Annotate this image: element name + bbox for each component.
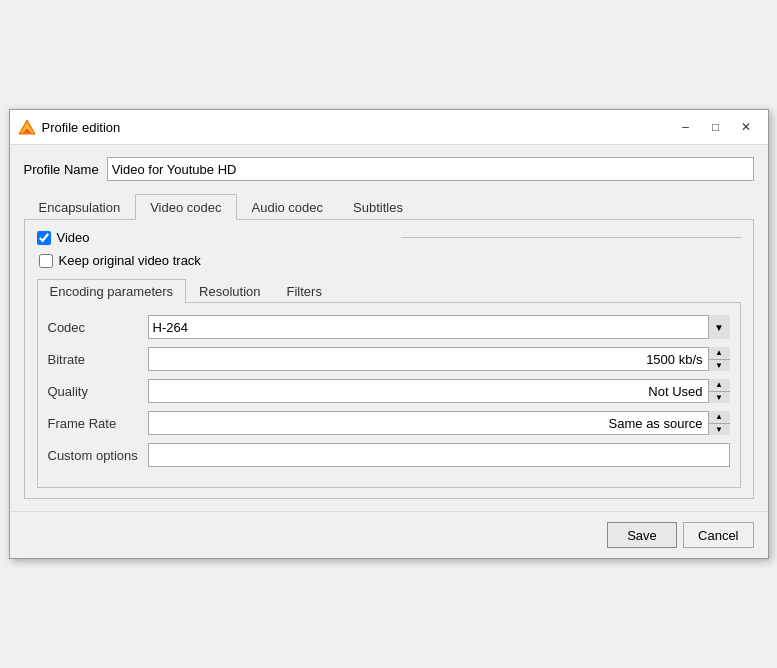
tab-encapsulation[interactable]: Encapsulation: [24, 194, 136, 220]
custom-options-row: Custom options: [48, 443, 730, 467]
tab-resolution[interactable]: Resolution: [186, 279, 273, 303]
tab-subtitles[interactable]: Subtitles: [338, 194, 418, 220]
minimize-button[interactable]: –: [672, 116, 700, 138]
profile-edition-dialog: Profile edition – □ ✕ Profile Name Encap…: [9, 109, 769, 559]
dialog-footer: Save Cancel: [10, 511, 768, 558]
quality-spin-up[interactable]: ▲: [709, 379, 730, 392]
quality-spin-down[interactable]: ▼: [709, 392, 730, 404]
keep-original-row: Keep original video track: [39, 253, 741, 268]
close-button[interactable]: ✕: [732, 116, 760, 138]
tab-audio-codec[interactable]: Audio codec: [237, 194, 339, 220]
vlc-icon: [18, 118, 36, 136]
video-section-label: Video: [57, 230, 397, 245]
framerate-spin-up[interactable]: ▲: [709, 411, 730, 424]
inner-tabs: Encoding parameters Resolution Filters: [37, 278, 741, 303]
framerate-input[interactable]: [148, 411, 730, 435]
quality-row: Quality ▲ ▼: [48, 379, 730, 403]
encoding-parameters-content: Codec H-264 H-265 MPEG-4 MPEG-2 VP8 VP9 …: [37, 303, 741, 488]
framerate-row: Frame Rate ▲ ▼: [48, 411, 730, 435]
bitrate-spin-down[interactable]: ▼: [709, 360, 730, 372]
quality-input[interactable]: [148, 379, 730, 403]
window-controls: – □ ✕: [672, 116, 760, 138]
framerate-label: Frame Rate: [48, 416, 148, 431]
tab-content-video-codec: Video Keep original video track Encoding…: [24, 220, 754, 499]
custom-options-input[interactable]: [148, 443, 730, 467]
save-button[interactable]: Save: [607, 522, 677, 548]
custom-options-wrapper: [148, 443, 730, 467]
section-divider: [401, 237, 741, 238]
bitrate-row: Bitrate ▲ ▼: [48, 347, 730, 371]
bitrate-input[interactable]: [148, 347, 730, 371]
bitrate-label: Bitrate: [48, 352, 148, 367]
svg-rect-3: [23, 132, 31, 134]
bitrate-spinbox: ▲ ▼: [148, 347, 730, 371]
framerate-spin-buttons: ▲ ▼: [708, 411, 730, 435]
bitrate-spin-up[interactable]: ▲: [709, 347, 730, 360]
framerate-spinbox: ▲ ▼: [148, 411, 730, 435]
profile-name-row: Profile Name: [24, 157, 754, 181]
codec-select-wrapper: H-264 H-265 MPEG-4 MPEG-2 VP8 VP9 ▼: [148, 315, 730, 339]
profile-name-label: Profile Name: [24, 162, 99, 177]
profile-name-input[interactable]: [107, 157, 754, 181]
title-bar: Profile edition – □ ✕: [10, 110, 768, 145]
main-tabs: Encapsulation Video codec Audio codec Su…: [24, 193, 754, 220]
quality-spin-buttons: ▲ ▼: [708, 379, 730, 403]
video-section-checkbox[interactable]: [37, 231, 51, 245]
codec-label: Codec: [48, 320, 148, 335]
keep-original-label: Keep original video track: [59, 253, 201, 268]
custom-options-label: Custom options: [48, 448, 148, 463]
codec-select[interactable]: H-264 H-265 MPEG-4 MPEG-2 VP8 VP9: [148, 315, 730, 339]
tab-video-codec[interactable]: Video codec: [135, 194, 236, 220]
quality-spinbox: ▲ ▼: [148, 379, 730, 403]
quality-label: Quality: [48, 384, 148, 399]
framerate-spin-down[interactable]: ▼: [709, 424, 730, 436]
codec-row: Codec H-264 H-265 MPEG-4 MPEG-2 VP8 VP9 …: [48, 315, 730, 339]
cancel-button[interactable]: Cancel: [683, 522, 753, 548]
bitrate-spin-buttons: ▲ ▼: [708, 347, 730, 371]
keep-original-checkbox[interactable]: [39, 254, 53, 268]
tab-encoding-parameters[interactable]: Encoding parameters: [37, 279, 187, 303]
dialog-title: Profile edition: [42, 120, 672, 135]
tab-filters[interactable]: Filters: [274, 279, 335, 303]
video-section-header: Video: [37, 230, 741, 245]
maximize-button[interactable]: □: [702, 116, 730, 138]
dialog-body: Profile Name Encapsulation Video codec A…: [10, 145, 768, 511]
